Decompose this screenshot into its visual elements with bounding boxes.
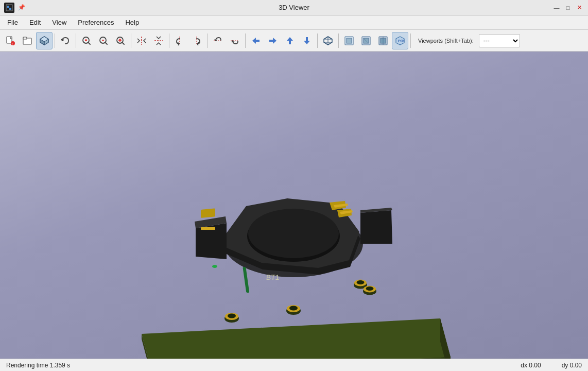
toolbar-view3-button[interactable] — [375, 32, 391, 49]
toolbar-new-button[interactable]: ! — [2, 32, 19, 49]
toolbar-rot-cw-button[interactable] — [188, 32, 205, 49]
svg-marker-31 — [269, 38, 276, 44]
svg-rect-2 — [9, 8, 11, 10]
svg-point-78 — [357, 280, 365, 284]
close-button[interactable]: ✕ — [575, 3, 584, 12]
viewports-wrapper: Viewports (Shift+Tab): --- — [415, 34, 520, 47]
rendering-time: Rendering time 1.359 s — [6, 362, 70, 369]
svg-line-15 — [89, 42, 91, 44]
toolbar-move-down-button[interactable] — [299, 32, 315, 49]
toolbar-view2-button[interactable] — [358, 32, 374, 49]
viewports-select[interactable]: --- — [479, 34, 520, 47]
toolbar-3dview-button[interactable] — [36, 32, 53, 49]
menu-file[interactable]: File — [2, 17, 23, 28]
pcb-3d-scene: BT1 — [0, 52, 588, 359]
svg-rect-7 — [23, 37, 27, 39]
toolbar-view4-button[interactable]: POS — [392, 32, 408, 49]
toolbar-move-up-button[interactable] — [282, 32, 298, 49]
toolbar-zoom-fit-button[interactable] — [112, 32, 129, 49]
toolbar-sep-3 — [131, 33, 131, 48]
toolbar-move-left-button[interactable] — [248, 32, 264, 49]
svg-point-83 — [212, 265, 217, 268]
toolbar-flip-y-button[interactable] — [150, 32, 167, 49]
app-icon — [4, 3, 14, 13]
toolbar-undo-button[interactable] — [57, 32, 74, 49]
dy-value: dy 0.00 — [562, 362, 582, 369]
toolbar-zoom-in-button[interactable] — [78, 32, 95, 49]
toolbar-rot-ccw-button[interactable] — [171, 32, 188, 49]
svg-point-68 — [248, 209, 339, 258]
svg-point-81 — [366, 286, 374, 291]
svg-marker-59 — [360, 210, 392, 244]
toolbar-sep-7 — [317, 33, 318, 48]
toolbar-sep-6 — [245, 33, 246, 48]
toolbar-move-right-button[interactable] — [265, 32, 281, 49]
toolbar-sep-4 — [169, 33, 169, 48]
window-title: 3D Viewer — [279, 4, 309, 11]
pin-icon: 📌 — [18, 4, 26, 12]
menu-edit[interactable]: Edit — [24, 17, 46, 28]
dx-value: dx 0.00 — [521, 362, 541, 369]
toolbar-sep-2 — [76, 33, 76, 48]
svg-marker-32 — [287, 37, 293, 44]
menu-preferences[interactable]: Preferences — [73, 17, 119, 28]
svg-text:POS: POS — [398, 39, 405, 43]
svg-rect-61 — [201, 208, 215, 217]
svg-text:BT1: BT1 — [266, 273, 280, 281]
menu-help[interactable]: Help — [120, 17, 144, 28]
toolbar-sep-9 — [410, 33, 411, 48]
toolbar-sep-8 — [338, 33, 339, 48]
status-coordinates: dx 0.00 dy 0.00 — [521, 362, 582, 369]
svg-rect-39 — [347, 38, 352, 43]
minimize-button[interactable]: — — [552, 3, 561, 12]
toolbar-ortho-button[interactable] — [320, 32, 336, 49]
svg-line-20 — [123, 42, 125, 44]
svg-point-72 — [228, 314, 236, 318]
svg-rect-1 — [7, 6, 9, 8]
toolbar-sep-1 — [55, 33, 55, 48]
3d-viewport[interactable]: BT1 — [0, 52, 588, 359]
menu-view[interactable]: View — [47, 17, 72, 28]
svg-marker-33 — [304, 37, 310, 44]
viewports-label: Viewports (Shift+Tab): — [415, 38, 477, 44]
maximize-button[interactable]: □ — [563, 3, 573, 12]
svg-marker-30 — [252, 38, 260, 44]
title-bar: 📌 3D Viewer — □ ✕ — [0, 0, 588, 15]
svg-rect-82 — [243, 267, 249, 293]
toolbar-rot-x-plus-button[interactable] — [227, 32, 243, 49]
toolbar-flip-x-button[interactable] — [133, 32, 150, 49]
svg-line-18 — [106, 42, 108, 44]
toolbar-sep-5 — [207, 33, 207, 48]
toolbar-view1-button[interactable] — [341, 32, 357, 49]
svg-marker-50 — [142, 318, 451, 359]
title-left: 📌 — [4, 3, 26, 13]
svg-text:!: ! — [12, 42, 13, 45]
toolbar-open-button[interactable] — [19, 32, 36, 49]
svg-point-75 — [289, 306, 298, 311]
toolbar-zoom-out-button[interactable] — [95, 32, 112, 49]
status-bar: Rendering time 1.359 s dx 0.00 dy 0.00 — [0, 359, 588, 371]
menu-bar: File Edit View Preferences Help — [0, 15, 588, 30]
toolbar-rot-x-minus-button[interactable] — [210, 32, 226, 49]
title-controls[interactable]: — □ ✕ — [552, 3, 584, 12]
toolbar: ! — [0, 30, 588, 52]
svg-rect-62 — [201, 227, 215, 230]
